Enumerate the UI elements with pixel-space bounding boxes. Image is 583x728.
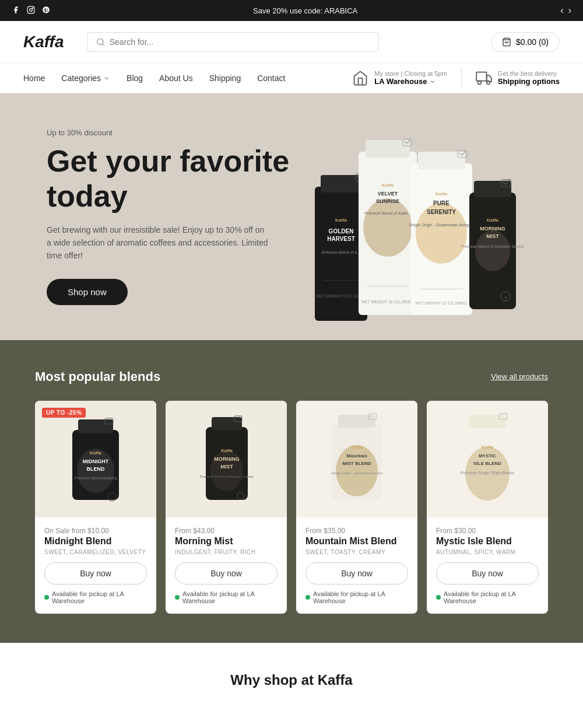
svg-text:Premium Blend of Brazilian San: Premium Blend of Brazilian Santos <box>461 244 525 249</box>
store-info[interactable]: My store | Closing at 5pm LA Warehouse <box>352 70 447 86</box>
svg-point-3 <box>97 38 103 44</box>
logo[interactable]: Kaffa <box>23 33 64 51</box>
product-image: Kaffa MYSTIC ISLE BLEND Premium Single O… <box>427 401 548 517</box>
store-top-label: My store | Closing at 5pm <box>374 70 447 77</box>
cart-button[interactable]: $0.00 (0) <box>491 32 560 52</box>
nav-about[interactable]: About Us <box>159 74 193 83</box>
pinterest-icon[interactable] <box>42 6 50 16</box>
nav-bar: Home Categories Blog About Us Shipping C… <box>0 63 583 93</box>
product-bag-svg: Kaffa MORNING MIST Premium Blend of Braz… <box>191 412 261 506</box>
why-title: Why shop at Kaffa <box>35 672 548 688</box>
nav-divider <box>461 68 462 89</box>
svg-rect-24 <box>367 286 408 286</box>
svg-rect-14 <box>324 280 359 281</box>
nav-blog[interactable]: Blog <box>127 74 143 83</box>
promo-message: Save 20% use code: ARABICA <box>253 6 357 15</box>
svg-rect-74 <box>469 415 506 428</box>
pickup-info: Available for pickup at LA Warehouse <box>175 590 278 604</box>
search-bar[interactable] <box>87 32 379 52</box>
product-tags: INDULGENT, FRUITY, RICH <box>175 549 278 555</box>
pickup-text: Available for pickup at LA Warehouse <box>182 590 278 604</box>
svg-text:SUNRISE: SUNRISE <box>376 198 399 204</box>
svg-text:MIST: MIST <box>220 464 233 470</box>
product-info: From $30.00 Mystic Isle Blend AUTUMNAL, … <box>427 517 548 614</box>
svg-text:HARVEST: HARVEST <box>327 236 355 242</box>
search-input[interactable] <box>110 37 370 47</box>
sale-badge: UP TO -25% <box>42 408 86 418</box>
hero-description: Get brewing with our irresistible sale! … <box>47 223 268 262</box>
svg-rect-57 <box>212 417 242 430</box>
instagram-icon[interactable] <box>27 6 35 16</box>
shipping-info[interactable]: Get the best delivery Shipping options <box>476 70 560 86</box>
product-price: On Sale from $10.00 <box>44 527 147 535</box>
product-info: On Sale from $10.00 Midnight Blend SWEET… <box>35 517 156 614</box>
product-tags: AUTUMNAL, SPICY, WARM <box>436 549 539 555</box>
buy-now-button[interactable]: Buy now <box>436 562 539 584</box>
shipping-info-text: Get the best delivery Shipping options <box>498 70 560 86</box>
next-arrow[interactable]: › <box>568 5 571 16</box>
chevron-down-icon <box>103 75 110 82</box>
store-chevron-icon <box>429 78 436 85</box>
svg-text:MORNING: MORNING <box>480 226 505 232</box>
shop-now-button[interactable]: Shop now <box>47 279 128 305</box>
nav-contact[interactable]: Contact <box>257 74 285 83</box>
svg-text:MIDNIGHT: MIDNIGHT <box>83 459 109 464</box>
shipping-main-label: Shipping options <box>498 77 560 86</box>
svg-text:SERENITY: SERENITY <box>427 209 456 215</box>
product-info: From $35.00 Mountain Mist Blend SWEET, T… <box>296 517 417 614</box>
svg-rect-18 <box>366 140 410 158</box>
svg-text:NET WEIGHT 12 OZ (340G): NET WEIGHT 12 OZ (340G) <box>416 301 468 306</box>
svg-text:MIST: MIST <box>486 233 499 239</box>
product-price: From $35.00 <box>305 527 408 535</box>
svg-text:Single Origin - Guatemalan Ant: Single Origin - Guatemalan Antigu... <box>409 223 474 228</box>
nav-home[interactable]: Home <box>23 74 45 83</box>
prev-arrow[interactable]: ‹ <box>560 5 563 16</box>
cart-total: $0.00 (0) <box>516 37 549 47</box>
product-name: Mountain Mist Blend <box>305 536 408 547</box>
hero-content: Up to 30% discount Get your favorite tod… <box>47 128 315 305</box>
pickup-info: Available for pickup at LA Warehouse <box>305 590 408 604</box>
nav-shipping[interactable]: Shipping <box>209 74 241 83</box>
svg-text:Artisanal Blend of A...: Artisanal Blend of A... <box>322 250 361 254</box>
buy-now-button[interactable]: Buy now <box>44 562 147 584</box>
product-image: Kaffa MORNING MIST Premium Blend of Braz… <box>166 401 287 517</box>
svg-text:Kaffa: Kaffa <box>482 444 494 450</box>
product-tags: SWEET, TOASTY, CREAMY <box>305 549 408 555</box>
pickup-text: Available for pickup at LA Warehouse <box>52 590 147 604</box>
store-main-label: LA Warehouse <box>374 77 447 86</box>
svg-rect-38 <box>474 181 511 197</box>
nav-categories[interactable]: Categories <box>61 74 110 83</box>
svg-text:Single Origin - Japanese Grove: Single Origin - Japanese Grovers <box>331 471 383 475</box>
pickup-dot <box>436 595 441 600</box>
buy-now-button[interactable]: Buy now <box>305 562 408 584</box>
svg-rect-48 <box>78 419 113 433</box>
product-price: From $43.00 <box>175 527 278 535</box>
product-name: Mystic Isle Blend <box>436 536 539 547</box>
svg-text:BLEND: BLEND <box>87 466 105 472</box>
svg-text:Premium Blend of Brazilian San: Premium Blend of Brazilian Santos <box>200 475 254 478</box>
products-grid: UP TO -25% Kaffa MIDNIGHT BLEND Premium … <box>35 401 548 614</box>
products-header: Most popular blends View all products <box>35 369 548 384</box>
social-icons <box>12 6 50 16</box>
svg-rect-0 <box>27 6 34 13</box>
svg-text:Premium Blend of Arabi...: Premium Blend of Arabi... <box>364 211 410 215</box>
product-card: Kaffa Mountain MIST BLEND Single Origin … <box>296 401 417 614</box>
svg-text:Premium Single Origin Beans: Premium Single Origin Beans <box>461 471 514 475</box>
svg-point-1 <box>30 8 33 11</box>
nav-left: Home Categories Blog About Us Shipping C… <box>23 74 352 83</box>
pickup-text: Available for pickup at LA Warehouse <box>313 590 408 604</box>
hero-badge: Up to 30% discount <box>47 128 315 137</box>
facebook-icon[interactable] <box>12 6 20 16</box>
svg-text:Kaffa: Kaffa <box>487 218 499 223</box>
hero-section: Up to 30% discount Get your favorite tod… <box>0 93 583 340</box>
pickup-dot <box>44 595 49 600</box>
svg-point-2 <box>33 8 33 8</box>
hero-title: Get your favorite today <box>47 144 315 214</box>
product-bag-svg: Kaffa MYSTIC ISLE BLEND Premium Single O… <box>452 412 522 506</box>
product-card: Kaffa MORNING MIST Premium Blend of Braz… <box>166 401 287 614</box>
buy-now-button[interactable]: Buy now <box>175 562 278 584</box>
view-all-link[interactable]: View all products <box>491 372 548 381</box>
svg-text:GOLDEN: GOLDEN <box>329 228 354 235</box>
promo-text: Save 20% use code: ARABICA <box>50 6 560 15</box>
search-icon <box>96 37 105 47</box>
